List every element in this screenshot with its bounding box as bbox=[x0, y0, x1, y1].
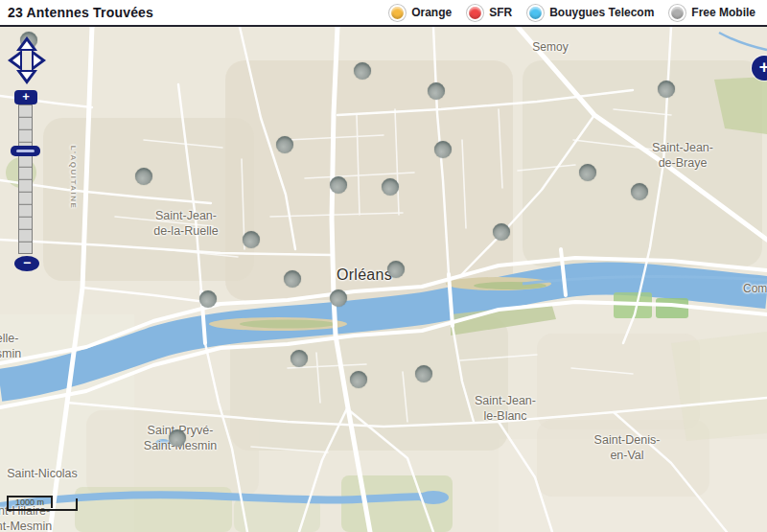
pan-left-button[interactable] bbox=[8, 50, 22, 71]
antenna-marker[interactable] bbox=[135, 168, 152, 185]
zoom-in-button[interactable]: + bbox=[14, 90, 37, 104]
antenna-marker[interactable] bbox=[276, 136, 293, 153]
legend-dot-icon bbox=[669, 5, 686, 21]
antenna-marker[interactable] bbox=[284, 270, 301, 288]
antenna-marker[interactable] bbox=[434, 141, 452, 158]
antenna-marker[interactable] bbox=[387, 261, 405, 278]
pan-left-icon-inner bbox=[12, 55, 20, 66]
antenna-marker[interactable] bbox=[493, 223, 510, 241]
scale-line-top: 1000 m bbox=[7, 496, 53, 508]
legend-label: Bouygues Telecom bbox=[549, 6, 654, 19]
antenna-marker[interactable] bbox=[382, 178, 399, 196]
page-title: 23 Antennes Trouvées bbox=[8, 5, 153, 20]
map-viewport[interactable]: SemoySaint-Jean- de-BrayeSaint-Jean- de-… bbox=[0, 27, 767, 532]
antenna-marker[interactable] bbox=[291, 350, 308, 367]
markers-layer bbox=[0, 27, 767, 532]
pan-down-icon-inner bbox=[21, 72, 33, 80]
header: 23 Antennes Trouvées OrangeSFRBouygues T… bbox=[0, 0, 767, 27]
antenna-marker[interactable] bbox=[243, 231, 260, 248]
pan-up-button[interactable] bbox=[16, 36, 37, 51]
antenna-marker[interactable] bbox=[169, 429, 186, 447]
zoom-slider-handle[interactable] bbox=[11, 146, 40, 156]
antenna-marker[interactable] bbox=[415, 365, 432, 382]
legend-label: SFR bbox=[489, 6, 512, 19]
zoom-slider-track[interactable] bbox=[18, 104, 33, 254]
legend-label: Free Mobile bbox=[691, 6, 755, 19]
pan-control bbox=[8, 36, 46, 84]
antenna-marker[interactable] bbox=[354, 62, 371, 80]
legend-item-sfr: SFR bbox=[467, 5, 512, 21]
legend-label: Orange bbox=[411, 6, 452, 19]
legend: OrangeSFRBouygues TelecomFree Mobile bbox=[389, 5, 755, 21]
antenna-marker[interactable] bbox=[350, 371, 367, 388]
legend-item-bouygues-telecom: Bouygues Telecom bbox=[527, 5, 654, 21]
antenna-marker[interactable] bbox=[428, 82, 445, 100]
pan-right-icon-inner bbox=[34, 55, 41, 66]
pan-right-button[interactable] bbox=[32, 50, 46, 71]
pan-up-icon-inner bbox=[21, 41, 33, 49]
antenna-marker[interactable] bbox=[658, 81, 675, 98]
legend-dot-icon bbox=[527, 5, 544, 21]
antenna-marker[interactable] bbox=[330, 289, 347, 307]
legend-item-orange: Orange bbox=[389, 5, 452, 21]
legend-item-free-mobile: Free Mobile bbox=[669, 5, 755, 21]
antenna-marker[interactable] bbox=[631, 183, 648, 200]
zoom-out-button[interactable]: − bbox=[14, 256, 39, 271]
antenna-marker[interactable] bbox=[579, 164, 596, 181]
antenna-marker[interactable] bbox=[330, 176, 347, 194]
antenna-marker[interactable] bbox=[199, 290, 217, 308]
pan-down-button[interactable] bbox=[16, 70, 37, 84]
legend-dot-icon bbox=[467, 5, 483, 21]
legend-dot-icon bbox=[389, 5, 406, 21]
